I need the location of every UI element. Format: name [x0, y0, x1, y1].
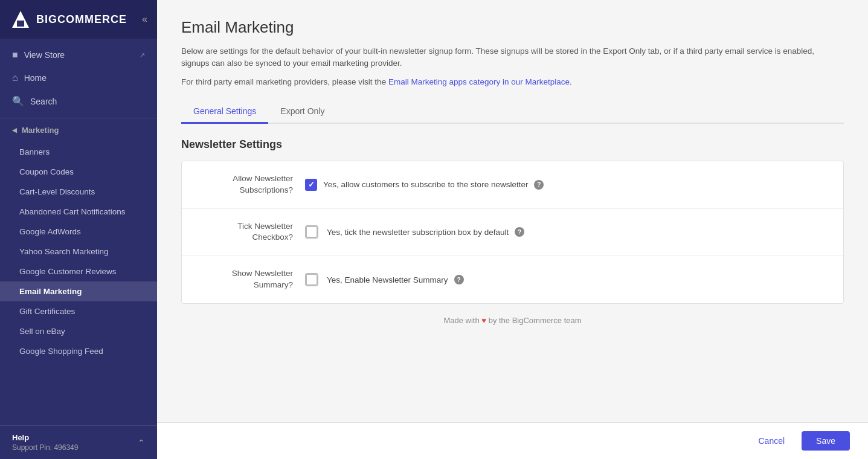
allow-newsletter-checkbox[interactable]: [305, 179, 317, 191]
settings-card: Allow NewsletterSubscriptions? Yes, allo…: [181, 161, 844, 304]
search-label: Search: [30, 97, 57, 106]
desc2-prefix: For third party email marketing provider…: [181, 77, 388, 86]
footer-text-suffix: by the BigCommerce team: [489, 316, 582, 325]
sidebar-item-gift-certificates[interactable]: Gift Certificates: [0, 301, 157, 321]
newsletter-settings-section: Newsletter Settings Allow NewsletterSubs…: [181, 138, 844, 304]
support-pin: Support Pin: 496349: [12, 443, 78, 452]
allow-newsletter-help-icon[interactable]: ?: [534, 180, 544, 190]
allow-newsletter-label: Allow NewsletterSubscriptions?: [196, 173, 305, 196]
svg-rect-1: [17, 21, 24, 27]
sidebar-item-google-adwords[interactable]: Google AdWords: [0, 222, 157, 242]
sidebar-item-google-customer-reviews[interactable]: Google Customer Reviews: [0, 262, 157, 281]
view-store-label: View Store: [24, 50, 65, 60]
tick-newsletter-checkbox-outer: [305, 225, 318, 239]
tab-general-settings[interactable]: General Settings: [181, 100, 268, 124]
marketing-section: ◀ Marketing Banners Coupon Codes Cart-Le…: [0, 118, 157, 361]
sidebar-header: BIGCOMMERCE «: [0, 0, 157, 39]
heart-icon: ♥: [481, 316, 486, 325]
action-bar: Cancel Save: [157, 422, 868, 459]
sidebar-item-cart-level-discounts[interactable]: Cart-Level Discounts: [0, 182, 157, 202]
marketplace-link[interactable]: Email Marketing apps category in our Mar…: [388, 77, 570, 86]
main-content: Email Marketing Below are settings for t…: [157, 0, 868, 459]
sidebar-bottom: Help Support Pin: 496349 ⌃: [0, 425, 157, 459]
tick-newsletter-text: Yes, tick the newsletter subscription bo…: [327, 228, 509, 237]
tick-newsletter-help-icon[interactable]: ?: [515, 227, 524, 237]
desc2-suffix: .: [570, 77, 572, 86]
newsletter-summary-control: Yes, Enable Newsletter Summary ?: [305, 273, 829, 286]
sidebar-item-banners[interactable]: Banners: [0, 142, 157, 162]
tick-newsletter-checkbox[interactable]: [306, 226, 318, 238]
cancel-button[interactable]: Cancel: [748, 431, 794, 451]
left-arrow-icon: ◀: [12, 127, 17, 133]
page-description-1: Below are settings for the default behav…: [181, 45, 844, 70]
sidebar-item-sell-on-ebay[interactable]: Sell on eBay: [0, 321, 157, 341]
newsletter-summary-checkbox-outer: [305, 273, 318, 286]
page-content: Email Marketing Below are settings for t…: [157, 0, 868, 422]
sidebar: BIGCOMMERCE « ■ View Store ↗ ⌂ Home 🔍 Se…: [0, 0, 157, 459]
footer-text-prefix: Made with: [443, 316, 481, 325]
marketing-section-header[interactable]: ◀ Marketing: [0, 118, 157, 142]
help-section: Help Support Pin: 496349: [12, 433, 78, 452]
help-label: Help: [12, 433, 78, 442]
page-description-2: For third party email marketing provider…: [181, 76, 844, 88]
sidebar-item-search[interactable]: 🔍 Search: [0, 89, 157, 113]
tab-export-only[interactable]: Export Only: [268, 100, 336, 124]
sidebar-item-home[interactable]: ⌂ Home: [0, 66, 157, 89]
sidebar-item-email-marketing[interactable]: Email Marketing: [0, 281, 157, 301]
collapse-sidebar-button[interactable]: «: [142, 14, 147, 25]
store-icon: ■: [12, 50, 18, 60]
sidebar-item-abandoned-cart[interactable]: Abandoned Cart Notifications: [0, 202, 157, 222]
home-label: Home: [24, 73, 47, 83]
sidebar-item-yahoo-search[interactable]: Yahoo Search Marketing: [0, 242, 157, 262]
allow-newsletter-control: Yes, allow customers to subscribe to the…: [305, 179, 829, 191]
save-button[interactable]: Save: [802, 431, 850, 451]
external-link-icon: ↗: [140, 51, 145, 59]
bigcommerce-logo-icon: [10, 8, 31, 30]
newsletter-summary-label: Show NewsletterSummary?: [196, 268, 305, 291]
page-footer: Made with ♥ by the BigCommerce team: [181, 304, 844, 337]
sidebar-top-links: ■ View Store ↗ ⌂ Home 🔍 Search: [0, 39, 157, 118]
tick-newsletter-label: Tick NewsletterCheckbox?: [196, 221, 305, 244]
help-collapse-icon[interactable]: ⌃: [138, 438, 145, 448]
marketing-label: Marketing: [22, 126, 59, 135]
tick-newsletter-control: Yes, tick the newsletter subscription bo…: [305, 225, 829, 239]
newsletter-summary-checkbox[interactable]: [306, 274, 318, 286]
newsletter-summary-text: Yes, Enable Newsletter Summary: [327, 275, 448, 284]
tab-bar: General Settings Export Only: [181, 100, 844, 124]
home-icon: ⌂: [12, 72, 18, 83]
sidebar-item-view-store[interactable]: ■ View Store ↗: [0, 43, 157, 66]
sidebar-item-coupon-codes[interactable]: Coupon Codes: [0, 162, 157, 182]
newsletter-summary-help-icon[interactable]: ?: [454, 275, 464, 284]
settings-row-tick-newsletter: Tick NewsletterCheckbox? Yes, tick the n…: [182, 209, 843, 257]
page-title: Email Marketing: [181, 18, 844, 37]
sidebar-item-google-shopping-feed[interactable]: Google Shopping Feed: [0, 341, 157, 361]
newsletter-settings-title: Newsletter Settings: [181, 138, 844, 151]
allow-newsletter-text: Yes, allow customers to subscribe to the…: [323, 180, 528, 189]
brand-name: BIGCOMMERCE: [36, 13, 127, 26]
search-icon: 🔍: [12, 95, 24, 107]
settings-row-newsletter-summary: Show NewsletterSummary? Yes, Enable News…: [182, 256, 843, 303]
settings-row-allow-newsletter: Allow NewsletterSubscriptions? Yes, allo…: [182, 161, 843, 209]
logo-area: BIGCOMMERCE: [10, 8, 127, 30]
